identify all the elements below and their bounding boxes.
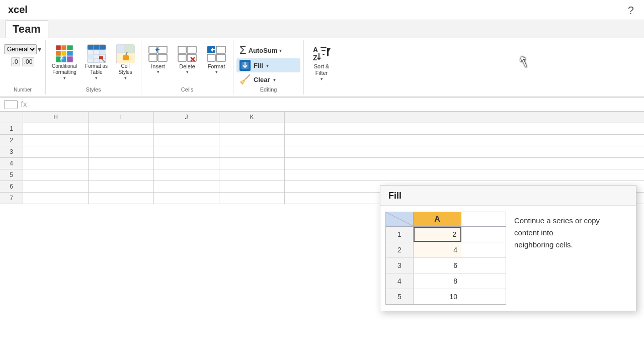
grid-cell[interactable] <box>89 169 154 180</box>
insert-icon <box>148 44 168 63</box>
grid-cell[interactable] <box>154 181 219 192</box>
format-as-table-icon <box>87 44 106 63</box>
grid-cell[interactable] <box>89 146 154 157</box>
grid-cell[interactable] <box>89 181 154 192</box>
svg-rect-32 <box>158 54 167 61</box>
cells-buttons: Insert ▾ Delete ▾ <box>144 42 230 76</box>
styles-group: ≠ ConditionalFormatting ▾ <box>46 40 141 95</box>
autosum-button[interactable]: Σ AutoSum ▾ <box>236 42 300 58</box>
delete-button[interactable]: Delete ▾ <box>174 42 201 76</box>
svg-rect-18 <box>100 50 106 54</box>
grid-cell[interactable] <box>23 169 89 180</box>
svg-rect-31 <box>149 54 157 61</box>
cell-styles-arrow: ▾ <box>124 75 127 80</box>
team-tab[interactable]: Team <box>5 20 48 38</box>
row-num: 5 <box>0 169 23 180</box>
table-row: 2 <box>0 135 644 146</box>
grid-cell[interactable] <box>23 123 89 134</box>
tooltip-cell-value: 6 <box>414 258 461 273</box>
decimal-btn-2[interactable]: .00 <box>22 57 35 66</box>
tooltip-row-num: 1 <box>386 227 414 242</box>
grid-cell[interactable] <box>219 158 285 169</box>
svg-rect-27 <box>123 55 129 60</box>
table-row: 1 <box>0 123 644 135</box>
grid-cell[interactable] <box>89 123 154 134</box>
tooltip-cell-value: 4 <box>414 242 461 257</box>
insert-arrow: ▾ <box>157 69 159 74</box>
tooltip-row-num: 2 <box>386 242 414 257</box>
insert-button[interactable]: Insert ▾ <box>144 42 172 76</box>
formula-bar-fx: fx <box>21 100 27 109</box>
grid-cell[interactable] <box>23 146 89 157</box>
svg-rect-8 <box>67 56 73 62</box>
decimal-btn-1[interactable]: .0 <box>11 57 20 66</box>
clear-button[interactable]: 🧹 Clear ▾ <box>236 72 300 86</box>
grid-cell[interactable] <box>219 123 285 134</box>
tooltip-row-num: 5 <box>386 289 414 304</box>
svg-rect-20 <box>99 56 103 59</box>
grid-cell[interactable] <box>89 193 154 204</box>
conditional-formatting-label: ConditionalFormatting <box>52 63 77 75</box>
svg-rect-2 <box>67 45 73 50</box>
number-format-select[interactable]: General <box>4 44 37 54</box>
grid-cell[interactable] <box>89 158 154 169</box>
cells-group: Insert ▾ Delete ▾ <box>141 40 233 95</box>
grid-cell[interactable] <box>219 169 285 180</box>
svg-rect-41 <box>207 54 215 61</box>
grid-cell[interactable] <box>154 169 219 180</box>
format-select-arrow[interactable]: ▾ <box>38 45 41 53</box>
tooltip-body: A 1 2 2 4 3 6 4 8 <box>380 206 636 311</box>
conditional-formatting-button[interactable]: ≠ ConditionalFormatting ▾ <box>49 42 80 82</box>
styles-group-label: Styles <box>86 86 101 93</box>
help-icon[interactable]: ? <box>628 4 634 17</box>
fill-button[interactable]: Fill ▾ <box>236 58 300 72</box>
cell-styles-icon <box>116 44 135 63</box>
fill-label: Fill <box>254 62 263 69</box>
tooltip-grid-row: 1 2 <box>386 227 506 242</box>
col-header-i: I <box>89 112 154 123</box>
number-group-label: Number <box>14 86 32 93</box>
editing-group: Σ AutoSum ▾ Fill ▾ 🧹 Clear ▾ Editing <box>233 40 304 95</box>
clear-label: Clear <box>254 76 270 83</box>
tooltip-cell-value: 8 <box>414 274 461 289</box>
table-row: 3 <box>0 146 644 158</box>
tooltip-cell-value: 10 <box>414 289 461 304</box>
styles-buttons: ≠ ConditionalFormatting ▾ <box>49 42 138 82</box>
grid-cell[interactable] <box>219 181 285 192</box>
sort-filter-button[interactable]: A Z Sort &Filter ▾ <box>308 42 335 83</box>
corner-diagonal-icon <box>386 212 414 226</box>
table-row: 5 <box>0 169 644 181</box>
grid-cell[interactable] <box>23 158 89 169</box>
svg-line-46 <box>386 212 414 226</box>
grid-cell[interactable] <box>219 193 285 204</box>
grid-cell[interactable] <box>154 135 219 146</box>
tooltip-grid-row: 5 10 <box>386 289 506 304</box>
format-as-table-button[interactable]: Format asTable ▾ <box>82 42 111 82</box>
svg-rect-23 <box>125 45 134 52</box>
cell-reference-box[interactable] <box>4 100 18 109</box>
cell-styles-button[interactable]: CellStyles ▾ <box>113 42 138 82</box>
grid-cell[interactable] <box>154 193 219 204</box>
grid-cell[interactable] <box>219 135 285 146</box>
grid-cell[interactable] <box>23 181 89 192</box>
conditional-formatting-arrow: ▾ <box>63 75 66 80</box>
formula-bar: fx <box>0 98 644 112</box>
grid-cell[interactable] <box>219 146 285 157</box>
grid-cell[interactable] <box>89 135 154 146</box>
grid-cell[interactable] <box>23 135 89 146</box>
delete-icon <box>178 44 197 63</box>
tooltip-grid: A 1 2 2 4 3 6 4 8 <box>385 212 506 305</box>
fill-dropdown-arrow: ▾ <box>266 63 269 68</box>
grid-cell[interactable] <box>154 158 219 169</box>
tab-bar: Team <box>0 20 644 38</box>
format-button[interactable]: Format ▾ <box>203 42 230 76</box>
svg-rect-0 <box>56 45 61 50</box>
grid-cell[interactable] <box>23 193 89 204</box>
grid-cell[interactable] <box>154 123 219 134</box>
grid-cell[interactable] <box>154 146 219 157</box>
row-num: 3 <box>0 146 23 157</box>
format-as-table-arrow: ▾ <box>95 75 98 80</box>
table-row: 4 <box>0 158 644 169</box>
autosum-label: AutoSum <box>249 47 278 54</box>
svg-rect-33 <box>178 46 186 53</box>
